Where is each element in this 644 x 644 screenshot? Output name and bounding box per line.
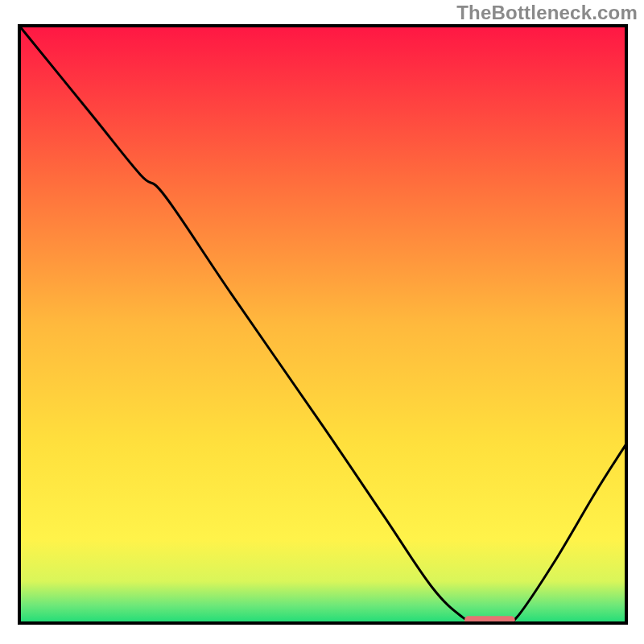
watermark-text: TheBottleneck.com xyxy=(456,2,638,24)
gradient-background xyxy=(19,26,626,623)
chart-container: { "watermark": "TheBottleneck.com", "cha… xyxy=(0,0,644,644)
bottleneck-chart xyxy=(0,0,644,644)
